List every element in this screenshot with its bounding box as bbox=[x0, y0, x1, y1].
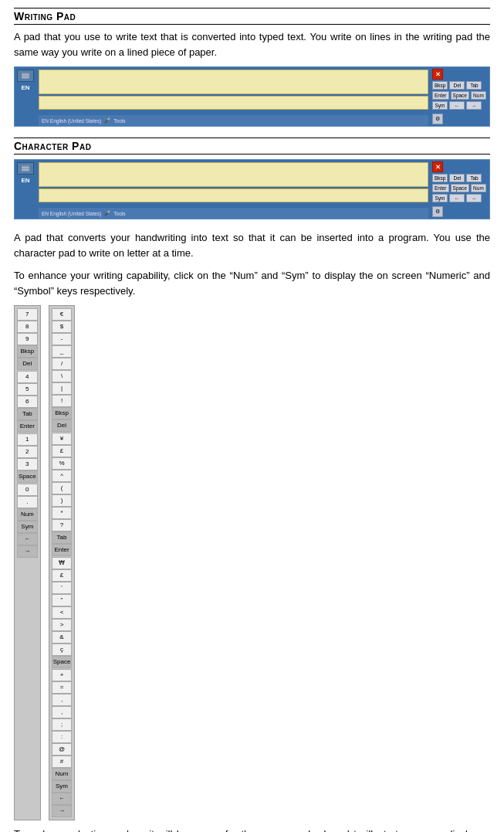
keyboard-row-3: 1 2 3 Space bbox=[17, 433, 38, 483]
pad-top-row: ✕ bbox=[432, 69, 488, 80]
char-pad-right-col: ✕ Bksp Del Tab Enter Space Num Sym ← → ⚙ bbox=[431, 160, 489, 219]
key-8: 8 bbox=[17, 321, 38, 333]
symbol-keyboard: € $ - _ / \ | ! Bksp Del ¥ £ % ^ ( bbox=[49, 305, 76, 820]
char-close-icon: ✕ bbox=[432, 161, 443, 172]
pad-right-col: ✕ Bksp Del Tab Enter Space Num Sym ← → ⚙ bbox=[431, 67, 489, 126]
char-sym-key: Sym bbox=[432, 194, 448, 202]
char-pad-keys: Bksp Del Tab Enter Space Num Sym ← → bbox=[432, 174, 488, 202]
writing-pad-screenshot: EN EN English (United States) 🎤 Tools ✕ … bbox=[14, 66, 490, 127]
sym-sym: Sym bbox=[52, 780, 73, 793]
char-pad-description2: To enhance your writing capability, clic… bbox=[14, 268, 490, 299]
sym-apos: ' bbox=[52, 582, 73, 594]
del-key: Del bbox=[449, 81, 465, 90]
key-2: 2 bbox=[17, 446, 38, 458]
char-options-icon: ⚙ bbox=[432, 206, 443, 217]
sym-row-2: ¥ £ % ^ ( ) * ? Tab Enter bbox=[52, 433, 73, 556]
options-icon: ⚙ bbox=[432, 114, 443, 124]
pad-sidebar: EN bbox=[15, 67, 36, 126]
num-key: Num bbox=[471, 91, 486, 100]
pad-microphone-label: 🎤 bbox=[104, 117, 110, 124]
sym-back: \ bbox=[52, 370, 73, 382]
key-enter: Enter bbox=[17, 420, 38, 433]
left-arrow-key: ← bbox=[449, 101, 465, 110]
sym-caret: ^ bbox=[52, 470, 73, 482]
char-pad-top-row: ✕ bbox=[432, 161, 488, 172]
key-3: 3 bbox=[17, 458, 38, 470]
sym-amp: & bbox=[52, 631, 73, 644]
sym-key: Sym bbox=[432, 101, 448, 110]
key-9: 9 bbox=[17, 333, 38, 345]
pad-en-label: EN bbox=[21, 84, 29, 91]
char-enter-key: Enter bbox=[432, 184, 449, 192]
pad-icon-top bbox=[17, 70, 34, 82]
pad-status-text: EN English (United States) bbox=[42, 118, 101, 124]
pad-options-row: ⚙ bbox=[432, 114, 488, 124]
char-pad-status-text: EN English (United States) bbox=[42, 211, 101, 216]
sym-hash: # bbox=[52, 756, 73, 768]
numeric-keyboard: 7 8 9 Bksp Del 4 5 6 Tab Enter 1 2 3 bbox=[14, 305, 41, 820]
key-del: Del bbox=[17, 358, 38, 370]
char-bksp-key: Bksp bbox=[432, 174, 448, 182]
keyboard-row-4: 0 . Num Sym ← → bbox=[17, 484, 38, 558]
space-key: Space bbox=[451, 91, 469, 100]
sym-enter: Enter bbox=[52, 544, 73, 556]
char-right-key: → bbox=[466, 194, 482, 202]
char-space-key: Space bbox=[451, 184, 469, 192]
key-0: 0 bbox=[17, 484, 38, 496]
char-pad-description1: A pad that converts your handwriting int… bbox=[14, 230, 490, 261]
pad-close-btn: ✕ bbox=[432, 69, 443, 80]
keyboard-description: To make a selection on how it will be pr… bbox=[14, 827, 490, 832]
sym-star: * bbox=[52, 507, 73, 519]
sym-comma2: , bbox=[52, 706, 73, 718]
sym-quot: " bbox=[52, 594, 73, 606]
sym-minus: - bbox=[52, 333, 73, 345]
char-pad-en-label: EN bbox=[21, 177, 29, 184]
sym-row-3: ₩ £ ' " < > & ç Space bbox=[52, 557, 73, 668]
sym-at: @ bbox=[52, 743, 73, 756]
sym-colon: : bbox=[52, 731, 73, 743]
sym-dollar: $ bbox=[52, 321, 73, 333]
key-left: ← bbox=[17, 533, 38, 545]
sym-quest: ? bbox=[52, 519, 73, 531]
pad-writing-line-2 bbox=[39, 96, 428, 110]
key-1: 1 bbox=[17, 433, 38, 446]
key-num: Num bbox=[17, 508, 38, 521]
sym-pct: % bbox=[52, 457, 73, 470]
writing-pad-section: Writing Pad A pad that you use to write … bbox=[14, 8, 490, 127]
character-pad-section: Character Pad EN EN English (United Stat… bbox=[14, 138, 490, 832]
char-pad-writing-line-1 bbox=[39, 162, 428, 187]
sym-slash: / bbox=[52, 358, 73, 370]
sym-won: ₩ bbox=[52, 557, 73, 569]
pad-tools-label: Tools bbox=[113, 118, 125, 124]
char-del-key: Del bbox=[449, 174, 465, 182]
sym-eq: = bbox=[52, 681, 73, 694]
close-icon: ✕ bbox=[432, 69, 443, 80]
sym-row-1: € $ - _ / \ | ! Bksp Del bbox=[52, 308, 73, 432]
sym-pipe: | bbox=[52, 382, 73, 395]
char-pad-writing-line-2 bbox=[39, 188, 428, 202]
keyboards-row: 7 8 9 Bksp Del 4 5 6 Tab Enter 1 2 3 bbox=[14, 305, 490, 820]
sym-bksp: Bksp bbox=[52, 407, 73, 419]
writing-pad-heading: Writing Pad bbox=[14, 8, 490, 25]
key-dot: . bbox=[17, 496, 38, 508]
character-pad-heading: Character Pad bbox=[14, 138, 490, 155]
pad-main-content: EN English (United States) 🎤 Tools bbox=[36, 67, 431, 126]
key-tab: Tab bbox=[17, 408, 38, 420]
keyboard-row-1: 7 8 9 Bksp Del bbox=[17, 308, 38, 370]
svg-rect-3 bbox=[22, 165, 29, 171]
sym-space: Space bbox=[52, 656, 73, 668]
enter-key: Enter bbox=[432, 91, 449, 100]
keyboard-row-2: 4 5 6 Tab Enter bbox=[17, 371, 38, 433]
char-pad-sidebar: EN bbox=[15, 160, 36, 219]
char-tab-key: Tab bbox=[466, 174, 482, 182]
sym-num: Num bbox=[52, 768, 73, 780]
pad-writing-line-1 bbox=[39, 70, 428, 94]
writing-pad-description: A pad that you use to write text that is… bbox=[14, 29, 490, 60]
symbol-keyboard-table: € $ - _ / \ | ! Bksp Del ¥ £ % ^ ( bbox=[51, 307, 73, 818]
sym-excl: ! bbox=[52, 395, 73, 407]
bksp-key: Bksp bbox=[432, 81, 448, 90]
sym-tab: Tab bbox=[52, 531, 73, 544]
sym-rparen: ) bbox=[52, 494, 73, 507]
key-7: 7 bbox=[17, 308, 38, 321]
key-right: → bbox=[17, 545, 38, 558]
